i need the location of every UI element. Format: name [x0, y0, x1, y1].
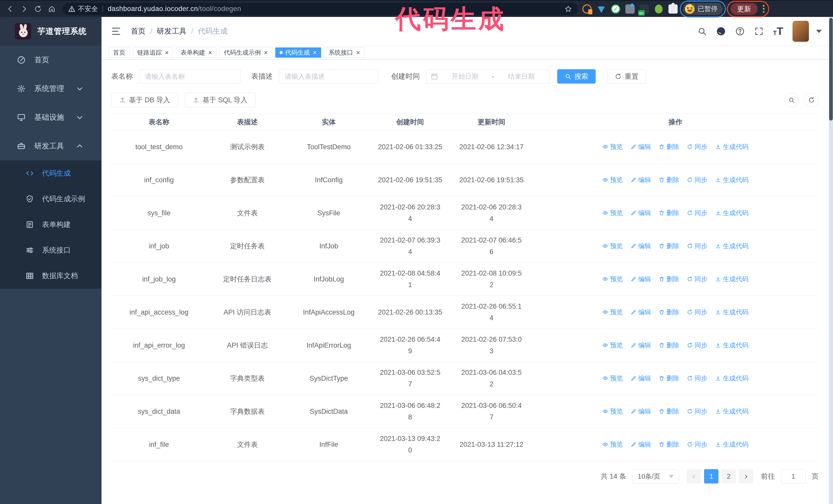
- action-generate-link[interactable]: 生成代码: [715, 374, 748, 383]
- action-sync-link[interactable]: 同步: [687, 440, 708, 449]
- action-generate-link[interactable]: 生成代码: [715, 407, 748, 415]
- action-edit-link[interactable]: 编辑: [630, 440, 651, 449]
- sidebar-item-home[interactable]: 首页: [0, 46, 101, 74]
- action-edit-link[interactable]: 编辑: [630, 308, 651, 316]
- next-page-button[interactable]: ›: [739, 469, 753, 483]
- close-tab-icon[interactable]: ×: [356, 49, 360, 56]
- prev-page-button[interactable]: ‹: [687, 469, 701, 483]
- page-scrollbar[interactable]: [829, 17, 833, 504]
- action-generate-link[interactable]: 生成代码: [715, 341, 748, 350]
- action-preview-link[interactable]: 预览: [602, 374, 623, 383]
- action-preview-link[interactable]: 预览: [602, 275, 623, 283]
- extensions-puzzle-icon[interactable]: [668, 4, 678, 14]
- sidebar-subitem-system-api[interactable]: 系统接口: [0, 237, 101, 263]
- tab-代码生成[interactable]: 代码生成×: [275, 47, 321, 58]
- action-generate-link[interactable]: 生成代码: [715, 308, 748, 316]
- address-bar[interactable]: 不安全 dashboard.yudao.iocoder.cn/tool/code…: [63, 3, 578, 15]
- action-sync-link[interactable]: 同步: [687, 242, 708, 250]
- action-edit-link[interactable]: 编辑: [630, 374, 651, 383]
- browser-menu-kebab-icon[interactable]: [762, 4, 766, 14]
- tab-代码生成示例[interactable]: 代码生成示例×: [219, 47, 272, 58]
- sidebar-item-devtools[interactable]: 研发工具: [0, 132, 101, 161]
- extension-person-icon[interactable]: [654, 4, 663, 14]
- browser-reload-button[interactable]: [32, 3, 44, 15]
- action-preview-link[interactable]: 预览: [602, 175, 623, 184]
- search-button[interactable]: 搜索: [557, 69, 596, 83]
- goto-page-input[interactable]: [781, 469, 806, 483]
- page-button-2[interactable]: 2: [721, 469, 736, 483]
- action-delete-link[interactable]: 删除: [659, 440, 679, 449]
- action-delete-link[interactable]: 删除: [659, 341, 679, 350]
- reset-button[interactable]: 重置: [608, 69, 646, 83]
- action-preview-link[interactable]: 预览: [602, 308, 623, 316]
- tab-首页[interactable]: 首页: [109, 47, 130, 58]
- github-icon[interactable]: [716, 26, 726, 36]
- action-delete-link[interactable]: 删除: [659, 308, 679, 316]
- toggle-search-button[interactable]: [784, 93, 799, 107]
- import-db-button[interactable]: 基于 DB 导入: [111, 93, 178, 107]
- action-delete-link[interactable]: 删除: [659, 209, 679, 217]
- action-sync-link[interactable]: 同步: [687, 341, 708, 350]
- browser-home-button[interactable]: [46, 3, 58, 15]
- action-sync-link[interactable]: 同步: [687, 374, 708, 383]
- breadcrumb-item[interactable]: 研发工具: [157, 26, 187, 37]
- action-delete-link[interactable]: 删除: [659, 175, 679, 184]
- close-tab-icon[interactable]: ×: [264, 49, 268, 56]
- scrollbar-thumb[interactable]: [829, 18, 833, 120]
- action-sync-link[interactable]: 同步: [687, 143, 708, 151]
- browser-update-button[interactable]: 更新: [731, 3, 758, 15]
- browser-back-button[interactable]: [4, 3, 17, 15]
- help-icon[interactable]: [735, 26, 745, 36]
- action-generate-link[interactable]: 生成代码: [715, 275, 748, 283]
- action-preview-link[interactable]: 预览: [602, 209, 623, 217]
- refresh-table-button[interactable]: [804, 93, 819, 107]
- action-edit-link[interactable]: 编辑: [630, 242, 651, 250]
- action-preview-link[interactable]: 预览: [602, 341, 623, 350]
- action-edit-link[interactable]: 编辑: [630, 275, 651, 283]
- action-delete-link[interactable]: 删除: [659, 275, 679, 283]
- user-avatar[interactable]: [792, 21, 809, 42]
- close-tab-icon[interactable]: ×: [165, 49, 169, 56]
- bookmark-star-icon[interactable]: [564, 5, 572, 13]
- action-edit-link[interactable]: 编辑: [630, 209, 651, 217]
- action-generate-link[interactable]: 生成代码: [715, 440, 748, 449]
- action-edit-link[interactable]: 编辑: [630, 407, 651, 415]
- sidebar-subitem-form-builder[interactable]: 表单构建: [0, 212, 101, 237]
- action-edit-link[interactable]: 编辑: [630, 341, 651, 350]
- profile-paused-badge[interactable]: 已暂停: [683, 3, 723, 15]
- sidebar-subitem-db-doc[interactable]: 数据库文档: [0, 263, 101, 289]
- browser-forward-button[interactable]: [18, 3, 30, 15]
- extension-dark-icon[interactable]: [640, 4, 649, 14]
- table-name-input[interactable]: [139, 69, 240, 83]
- action-sync-link[interactable]: 同步: [687, 175, 708, 184]
- chevron-down-icon[interactable]: [816, 30, 822, 33]
- close-tab-icon[interactable]: ×: [208, 49, 212, 56]
- extension-check-icon[interactable]: ✓: [611, 4, 620, 14]
- action-delete-link[interactable]: 删除: [659, 374, 679, 383]
- tab-表单构建[interactable]: 表单构建×: [176, 47, 216, 58]
- action-preview-link[interactable]: 预览: [602, 407, 623, 415]
- hamburger-icon[interactable]: [111, 26, 121, 37]
- extension-orange-icon[interactable]: [582, 4, 592, 14]
- action-sync-link[interactable]: 同步: [687, 209, 708, 217]
- close-tab-icon[interactable]: ×: [313, 49, 317, 56]
- date-range-picker[interactable]: 开始日期 - 结束日期: [426, 69, 549, 83]
- action-preview-link[interactable]: 预览: [602, 440, 623, 449]
- tab-链路追踪[interactable]: 链路追踪×: [133, 47, 173, 58]
- action-generate-link[interactable]: 生成代码: [715, 175, 748, 184]
- action-sync-link[interactable]: 同步: [687, 308, 708, 316]
- extension-grid-icon[interactable]: [625, 4, 635, 14]
- action-sync-link[interactable]: 同步: [687, 407, 708, 415]
- action-generate-link[interactable]: 生成代码: [715, 143, 748, 151]
- action-sync-link[interactable]: 同步: [687, 275, 708, 283]
- sidebar-subitem-codegen-example[interactable]: 代码生成示例: [0, 186, 101, 212]
- font-size-icon[interactable]: TT: [773, 26, 783, 36]
- breadcrumb-item[interactable]: 首页: [131, 26, 146, 37]
- tab-系统接口[interactable]: 系统接口×: [324, 47, 364, 58]
- import-sql-button[interactable]: 基于 SQL 导入: [185, 93, 256, 107]
- sidebar-subitem-codegen[interactable]: 代码生成: [0, 161, 101, 186]
- fullscreen-icon[interactable]: [754, 26, 764, 36]
- page-size-select[interactable]: 10条/页: [632, 469, 679, 483]
- action-edit-link[interactable]: 编辑: [630, 175, 651, 184]
- sidebar-item-infra[interactable]: 基础设施: [0, 103, 101, 132]
